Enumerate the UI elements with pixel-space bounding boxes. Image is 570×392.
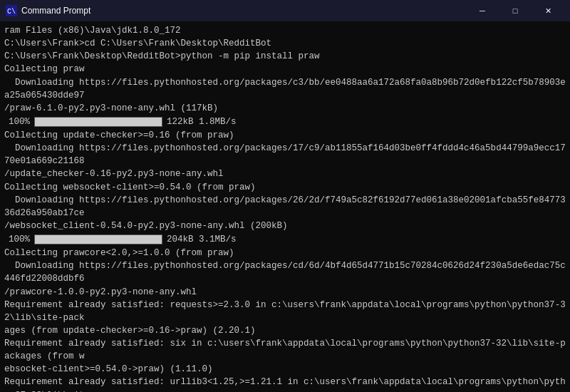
progress-info-2: 204kB 3.1MB/s <box>167 233 237 246</box>
console-line: Requirement already satisfied: urllib3<1… <box>4 376 566 392</box>
progress-percent-1: 100% <box>4 115 30 128</box>
console-line: Downloading https://files.pythonhosted.o… <box>4 194 566 220</box>
progress-percent-2: 100% <box>4 233 30 246</box>
progress-info-1: 122kB 1.8MB/s <box>167 115 237 128</box>
progress-bar-inner-1 <box>35 118 162 126</box>
console-line: Downloading https://files.pythonhosted.o… <box>4 259 566 285</box>
console-line: Collecting update-checker>=0.16 (from pr… <box>4 129 566 142</box>
console-line: /prawcore-1.0.0-py2.py3-none-any.whl <box>4 286 566 299</box>
console-line: Collecting websocket-client>=0.54.0 (fro… <box>4 181 566 194</box>
progress-bar-1: 100%122kB 1.8MB/s <box>4 115 566 128</box>
console-line: /update_checker-0.16-py2.py3-none-any.wh… <box>4 167 566 180</box>
close-button[interactable]: ✕ <box>532 0 564 21</box>
maximize-button[interactable]: □ <box>499 0 532 21</box>
minimize-button[interactable]: ─ <box>466 0 499 21</box>
console-line: Downloading https://files.pythonhosted.o… <box>4 76 566 102</box>
svg-text:C\: C\ <box>7 8 16 16</box>
window-controls: ─ □ ✕ <box>466 0 564 21</box>
console-line: Collecting prawcore<2.0,>=1.0.0 (from pr… <box>4 247 566 259</box>
console-line: Downloading https://files.pythonhosted.o… <box>4 142 566 167</box>
console-output: ram Files (x86)\Java\jdk1.8.0_172C:\User… <box>0 21 570 392</box>
console-line: ram Files (x86)\Java\jdk1.8.0_172 <box>4 24 566 37</box>
command-prompt-window: C\ Command Prompt ─ □ ✕ ram Files (x86)\… <box>0 0 570 392</box>
progress-bar-outer-2 <box>34 234 162 244</box>
console-line: /praw-6.1.0-py2.py3-none-any.whl (117kB) <box>4 102 566 115</box>
title-bar: C\ Command Prompt ─ □ ✕ <box>0 0 570 21</box>
console-line: C:\Users\Frank>cd C:\Users\Frank\Desktop… <box>4 37 566 50</box>
console-line: /websocket_client-0.54.0-py2.py3-none-an… <box>4 220 566 232</box>
progress-bar-outer-1 <box>34 117 162 127</box>
console-line: Collecting praw <box>4 63 566 76</box>
cmd-icon: C\ <box>6 5 17 16</box>
console-line: Requirement already satisfied: six in c:… <box>4 337 566 363</box>
progress-bar-2: 100%204kB 3.1MB/s <box>4 233 566 246</box>
console-line: C:\Users\Frank\Desktop\RedditBot>python … <box>4 50 566 63</box>
console-line: ebsocket-client>=0.54.0->praw) (1.11.0) <box>4 363 566 376</box>
window-title: Command Prompt <box>21 6 466 16</box>
console-line: Requirement already satisfied: requests>… <box>4 299 566 324</box>
console-line: ages (from update-checker>=0.16->praw) (… <box>4 324 566 337</box>
progress-bar-inner-2 <box>35 235 162 244</box>
